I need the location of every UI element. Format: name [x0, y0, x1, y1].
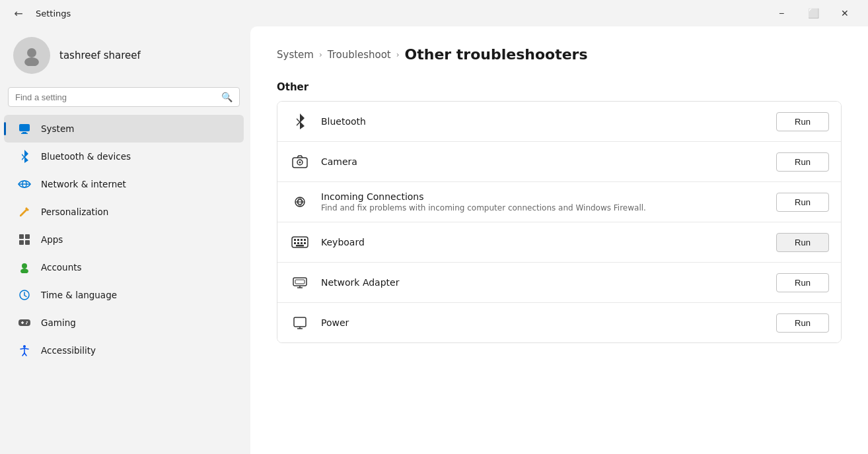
incoming-item-title: Incoming Connections: [321, 191, 766, 202]
sidebar-item-system[interactable]: System: [4, 115, 244, 143]
username: tashreef shareef: [59, 49, 141, 61]
svg-rect-14: [18, 319, 30, 326]
incoming-run-button[interactable]: Run: [776, 193, 829, 212]
troubleshooter-item-incoming: Incoming Connections Find and fix proble…: [277, 182, 841, 222]
camera-troubleshoot-icon: [289, 151, 310, 172]
keyboard-item-text: Keyboard: [321, 237, 766, 247]
sidebar-item-network[interactable]: Network & internet: [4, 170, 244, 198]
breadcrumb-system[interactable]: System: [277, 49, 314, 61]
bluetooth-item-text: Bluetooth: [321, 116, 766, 127]
close-button[interactable]: ✕: [830, 3, 860, 24]
power-item-text: Power: [321, 317, 766, 328]
keyboard-item-title: Keyboard: [321, 237, 766, 247]
breadcrumb-troubleshoot[interactable]: Troubleshoot: [328, 49, 391, 61]
time-icon: [17, 288, 32, 302]
svg-rect-29: [304, 239, 306, 241]
sidebar-label-accessibility: Accessibility: [41, 345, 96, 356]
sidebar-item-personalization[interactable]: Personalization: [4, 198, 244, 226]
svg-rect-7: [19, 234, 24, 239]
troubleshooter-item-bluetooth: Bluetooth Run: [277, 102, 841, 142]
svg-rect-36: [295, 280, 305, 284]
bluetooth-item-title: Bluetooth: [321, 116, 766, 127]
titlebar-left: ← Settings: [8, 3, 71, 24]
search-input[interactable]: [15, 92, 216, 102]
breadcrumb-sep-1: ›: [319, 50, 322, 59]
incoming-item-text: Incoming Connections Find and fix proble…: [321, 191, 766, 212]
back-button[interactable]: ←: [8, 3, 29, 24]
personalization-icon: [17, 205, 32, 219]
svg-point-1: [24, 57, 39, 66]
troubleshooter-item-camera: Camera Run: [277, 142, 841, 182]
sidebar-item-apps[interactable]: Apps: [4, 226, 244, 253]
section-title: Other: [277, 81, 842, 93]
bluetooth-troubleshoot-icon: [289, 111, 310, 132]
network-troubleshoot-icon: [289, 272, 310, 293]
svg-point-17: [26, 321, 28, 323]
search-box: 🔍: [8, 87, 240, 107]
incoming-item-desc: Find and fix problems with incoming comp…: [321, 203, 766, 212]
sidebar-label-personalization: Personalization: [41, 207, 108, 217]
network-icon: [17, 177, 32, 191]
power-item-title: Power: [321, 317, 766, 328]
svg-point-11: [22, 263, 27, 269]
svg-rect-26: [294, 239, 296, 241]
svg-rect-31: [297, 242, 299, 244]
search-icon: 🔍: [221, 92, 233, 102]
troubleshooter-list: Bluetooth Run Camera Run: [277, 101, 842, 343]
sidebar-label-gaming: Gaming: [41, 317, 76, 328]
titlebar: ← Settings − ⬜ ✕: [0, 0, 868, 26]
sidebar-item-bluetooth[interactable]: Bluetooth & devices: [4, 143, 244, 170]
bluetooth-run-button[interactable]: Run: [776, 112, 829, 131]
svg-point-19: [23, 345, 26, 348]
user-profile: tashreef shareef: [0, 26, 248, 87]
sidebar-label-accounts: Accounts: [41, 262, 82, 273]
svg-rect-10: [25, 240, 30, 245]
svg-rect-28: [301, 239, 303, 241]
incoming-troubleshoot-icon: [289, 191, 310, 212]
svg-rect-8: [25, 234, 30, 239]
apps-icon: [17, 232, 32, 247]
sidebar-item-time[interactable]: Time & language: [4, 281, 244, 309]
power-troubleshoot-icon: [289, 312, 310, 333]
system-icon: [17, 121, 32, 136]
window-controls: − ⬜ ✕: [766, 3, 860, 24]
sidebar: tashreef shareef 🔍 System: [0, 26, 248, 454]
keyboard-run-button[interactable]: Run: [776, 233, 829, 252]
svg-rect-9: [19, 240, 24, 245]
svg-rect-32: [301, 242, 303, 244]
sidebar-item-gaming[interactable]: Gaming: [4, 309, 244, 337]
sidebar-label-system: System: [41, 123, 74, 134]
sidebar-item-accessibility[interactable]: Accessibility: [4, 337, 244, 364]
sidebar-item-accounts[interactable]: Accounts: [4, 253, 244, 281]
app-title: Settings: [36, 9, 71, 18]
svg-rect-4: [21, 133, 28, 135]
svg-point-22: [299, 162, 301, 164]
camera-item-title: Camera: [321, 156, 766, 167]
accessibility-icon: [17, 343, 32, 358]
keyboard-troubleshoot-icon: [289, 232, 310, 253]
power-run-button[interactable]: Run: [776, 313, 829, 333]
network-item-title: Network Adapter: [321, 277, 766, 288]
troubleshooter-item-keyboard: Keyboard Run: [277, 222, 841, 263]
main-content: System › Troubleshoot › Other troublesho…: [250, 26, 868, 454]
breadcrumb-current: Other troubleshooters: [405, 46, 588, 63]
sidebar-label-bluetooth: Bluetooth & devices: [41, 151, 131, 162]
svg-point-0: [27, 48, 36, 57]
network-item-text: Network Adapter: [321, 277, 766, 288]
maximize-button[interactable]: ⬜: [798, 3, 828, 24]
network-run-button[interactable]: Run: [776, 273, 829, 292]
troubleshooter-item-power: Power Run: [277, 303, 841, 342]
search-container: 🔍: [0, 87, 248, 115]
svg-rect-27: [297, 239, 299, 241]
avatar: [13, 37, 50, 74]
camera-run-button[interactable]: Run: [776, 152, 829, 172]
app-body: tashreef shareef 🔍 System: [0, 26, 868, 454]
sidebar-label-apps: Apps: [41, 234, 63, 245]
accounts-icon: [17, 260, 32, 275]
minimize-button[interactable]: −: [766, 3, 797, 24]
bluetooth-icon: [17, 149, 32, 164]
svg-rect-33: [304, 242, 306, 244]
svg-rect-34: [296, 245, 304, 247]
svg-point-18: [26, 323, 27, 325]
breadcrumb-sep-2: ›: [396, 50, 400, 59]
